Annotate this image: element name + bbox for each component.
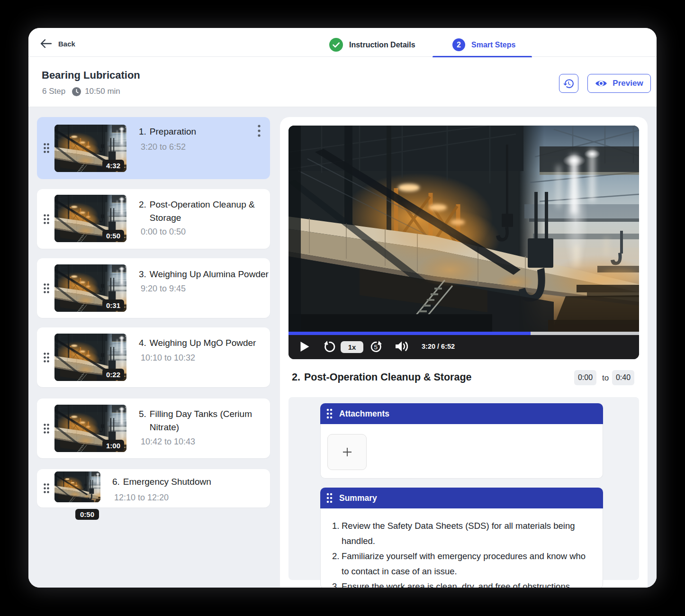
svg-text:5: 5 — [374, 344, 378, 351]
